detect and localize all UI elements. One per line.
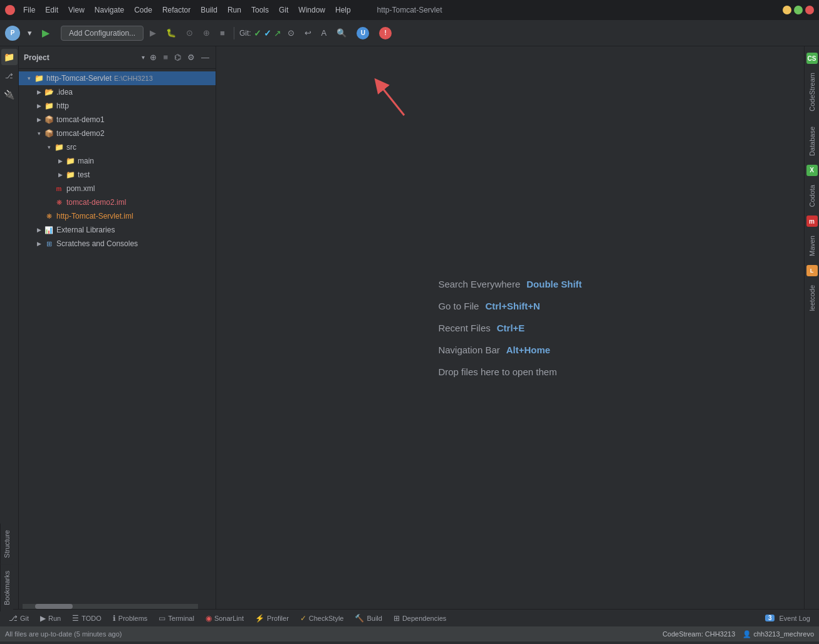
git-bottom-btn[interactable]: ⎇ Git xyxy=(4,613,34,624)
menu-git[interactable]: Git xyxy=(274,4,293,16)
leetcode-label[interactable]: leetcode xyxy=(807,280,817,316)
todo-bottom-btn[interactable]: ☰ TODO xyxy=(67,613,107,624)
rollback-button[interactable]: ↩ xyxy=(301,26,315,40)
codota-label[interactable]: Codota xyxy=(807,180,817,212)
bookmarks-tab[interactable]: Bookmarks xyxy=(0,564,13,611)
user-icon: 👤 xyxy=(743,630,753,638)
tree-idea[interactable]: ▶ 📂 .idea xyxy=(19,85,216,99)
scrollbar-thumb[interactable] xyxy=(35,604,73,609)
tree-src[interactable]: ▾ 📁 src xyxy=(19,140,216,154)
commit-activity[interactable]: ⎇ xyxy=(1,68,18,84)
src-folder-icon: 📁 xyxy=(54,142,64,152)
plugin-button[interactable]: ! xyxy=(375,24,395,42)
sonarlint-bottom-btn[interactable]: ◉ SonarLint xyxy=(201,613,249,624)
panel-settings-btn[interactable]: ⚙ xyxy=(186,51,196,63)
maven-icon[interactable]: m xyxy=(806,216,818,227)
git-push-arrow[interactable]: ↗ xyxy=(274,28,281,38)
database-label[interactable]: Database xyxy=(807,122,817,161)
menu-edit[interactable]: Edit xyxy=(41,4,63,16)
tree-http[interactable]: ▶ 📁 http xyxy=(19,99,216,113)
debug-button[interactable]: 🐛 xyxy=(162,26,180,40)
main-arrow: ▶ xyxy=(55,156,65,166)
tree-tomcat2-iml[interactable]: ▶ ❋ tomcat-demo2.iml xyxy=(19,195,216,209)
stop-button[interactable]: ■ xyxy=(216,26,229,40)
minimize-button[interactable]: — xyxy=(783,6,791,14)
menu-help[interactable]: Help xyxy=(331,4,355,16)
codestream-label[interactable]: CodeStream xyxy=(807,68,817,117)
codestream-icon[interactable]: CS xyxy=(806,53,818,64)
dependencies-bottom-label: Dependencies xyxy=(402,615,446,622)
structure-tab[interactable]: Structure xyxy=(0,524,13,564)
add-configuration-button[interactable]: Add Configuration... xyxy=(61,26,143,41)
profiler-run-button[interactable]: ⊕ xyxy=(199,26,214,40)
translate-button[interactable]: A xyxy=(318,26,331,40)
history-button[interactable]: ⊙ xyxy=(284,26,298,40)
root-arrow: ▾ xyxy=(24,73,34,83)
panel-collapse-btn[interactable]: ≡ xyxy=(162,51,169,63)
profiler-bottom-icon: ⚡ xyxy=(255,614,264,623)
maven-label[interactable]: Maven xyxy=(807,231,817,261)
tree-root[interactable]: ▾ 📁 http-Tomcat-Servlet E:\CHH3213 xyxy=(19,71,216,85)
editor-area: Search Everywhere Double Shift Go to Fil… xyxy=(216,46,804,609)
account-dropdown[interactable]: ▾ xyxy=(24,26,36,40)
panel-flatten-btn[interactable]: ⌬ xyxy=(173,51,182,63)
recent-files-shortcut: Ctrl+E xyxy=(497,323,525,333)
user-button[interactable]: U xyxy=(353,24,373,42)
build-bottom-btn[interactable]: 🔨 Build xyxy=(350,613,387,624)
tree-test[interactable]: ▶ 📁 test xyxy=(19,168,216,182)
http-arrow: ▶ xyxy=(34,101,44,111)
menu-tools[interactable]: Tools xyxy=(247,4,273,16)
terminal-bottom-icon: ▭ xyxy=(159,614,165,623)
search-button[interactable]: 🔍 xyxy=(333,26,350,40)
terminal-bottom-btn[interactable]: ▭ Terminal xyxy=(154,613,199,624)
app-icon xyxy=(5,5,15,15)
bottom-toolbar: ⎇ Git ▶ Run ☰ TODO ℹ Problems ▭ Terminal… xyxy=(0,609,819,626)
panel-title-arrow[interactable]: ▾ xyxy=(142,54,145,61)
idea-folder-icon: 📂 xyxy=(44,87,54,97)
tree-external-libs[interactable]: ▶ 📊 External Libraries xyxy=(19,223,216,237)
menu-refactor[interactable]: Refactor xyxy=(158,4,195,16)
coverage-button[interactable]: ⊙ xyxy=(182,26,197,40)
leetcode-icon[interactable]: L xyxy=(806,265,818,276)
build-bottom-icon: 🔨 xyxy=(355,614,364,623)
maximize-button[interactable]: □ xyxy=(794,6,803,14)
menu-view[interactable]: View xyxy=(64,4,89,16)
menu-file[interactable]: File xyxy=(19,4,39,16)
title-bar: File Edit View Navigate Code Refactor Bu… xyxy=(0,0,819,20)
close-button[interactable]: ✕ xyxy=(805,6,814,14)
back-button[interactable]: ▶ xyxy=(38,24,53,41)
event-log-btn[interactable]: 3 Event Log xyxy=(760,613,815,623)
tree-scratches[interactable]: ▶ ⊞ Scratches and Consoles xyxy=(19,237,216,251)
menu-window[interactable]: Window xyxy=(294,4,330,16)
tree-pom[interactable]: ▶ m pom.xml xyxy=(19,182,216,195)
checkstyle-bottom-btn[interactable]: ✓ CheckStyle xyxy=(295,613,349,624)
nav-bar-label: Navigation Bar xyxy=(438,345,499,355)
tree-tomcat-demo1[interactable]: ▶ 📦 tomcat-demo1 xyxy=(19,113,216,127)
menu-navigate[interactable]: Navigate xyxy=(90,4,128,16)
main-folder-icon: 📁 xyxy=(65,156,75,166)
username-status: chh3213_mechrevo xyxy=(753,630,814,638)
status-left: All files are up-to-date (5 minutes ago) xyxy=(5,630,662,638)
run-bottom-btn[interactable]: ▶ Run xyxy=(35,613,66,624)
menu-build[interactable]: Build xyxy=(196,4,222,16)
tree-tomcat-demo2[interactable]: ▾ 📦 tomcat-demo2 xyxy=(19,127,216,140)
tomcat2-label: tomcat-demo2 xyxy=(56,129,105,138)
panel-locate-btn[interactable]: ⊕ xyxy=(149,51,158,63)
project-activity[interactable]: 📁 xyxy=(1,49,18,65)
tree-main[interactable]: ▶ 📁 main xyxy=(19,154,216,168)
dependencies-bottom-btn[interactable]: ⊞ Dependencies xyxy=(389,613,451,624)
profiler-bottom-btn[interactable]: ⚡ Profiler xyxy=(250,613,294,624)
menu-run[interactable]: Run xyxy=(223,4,246,16)
event-log-label: Event Log xyxy=(779,615,810,622)
problems-bottom-btn[interactable]: ℹ Problems xyxy=(108,613,152,624)
codota-icon[interactable]: X xyxy=(806,165,818,176)
horizontal-scrollbar[interactable] xyxy=(23,604,198,609)
tree-http-iml[interactable]: ▶ ❋ http-Tomcat-Servlet.iml xyxy=(19,209,216,223)
menu-code[interactable]: Code xyxy=(130,4,157,16)
profile-icon[interactable]: P xyxy=(5,26,20,41)
panel-close-btn[interactable]: — xyxy=(200,51,211,63)
run-button[interactable]: ▶ xyxy=(146,26,160,40)
window-title: http-Tomcat-Servlet xyxy=(377,6,442,14)
plugins-activity[interactable]: 🔌 xyxy=(1,86,18,103)
main-label: main xyxy=(78,157,94,165)
